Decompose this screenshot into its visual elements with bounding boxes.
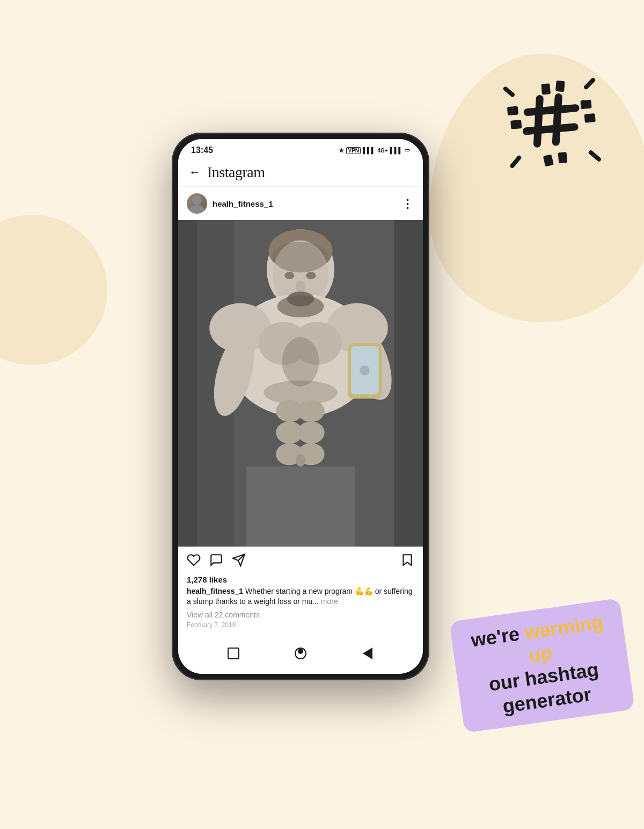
background-blob-left: [0, 215, 107, 365]
svg-point-33: [297, 400, 324, 422]
svg-line-14: [511, 158, 519, 166]
svg-marker-54: [403, 555, 411, 565]
status-time: 13:45: [191, 146, 213, 155]
svg-line-3: [552, 97, 562, 142]
post-username[interactable]: healh_fitness_1: [213, 199, 273, 208]
svg-line-13: [586, 80, 594, 87]
recent-apps-button[interactable]: [226, 646, 241, 661]
svg-rect-8: [558, 152, 568, 163]
svg-line-0: [528, 108, 576, 112]
bookmark-button[interactable]: [400, 553, 414, 571]
post-user: healh_fitness_1: [187, 193, 273, 214]
svg-rect-7: [584, 113, 596, 123]
svg-line-15: [591, 152, 599, 160]
svg-point-48: [296, 280, 305, 293]
svg-point-50: [277, 295, 324, 317]
home-button[interactable]: [293, 646, 308, 661]
vpn-label: VPN: [346, 147, 361, 154]
caption-username[interactable]: healh_fitness_1: [187, 587, 243, 595]
warming-line1: we're: [470, 622, 526, 651]
svg-line-1: [526, 127, 575, 131]
warming-banner: we're warming up our hashtag generator: [449, 598, 635, 733]
signal-icon: ▌▌▌: [363, 147, 375, 154]
svg-point-44: [282, 337, 319, 387]
hashtag-decoration: [495, 71, 610, 179]
svg-rect-21: [394, 220, 423, 547]
warming-line2: our hashtag generator: [487, 658, 600, 717]
avatar-image: [187, 193, 207, 214]
post-image: [178, 220, 423, 547]
share-button[interactable]: [232, 553, 246, 571]
svg-line-12: [506, 88, 513, 95]
svg-point-45: [296, 454, 305, 467]
instagram-header: ← Instagram: [178, 158, 423, 187]
svg-rect-11: [507, 106, 518, 116]
svg-point-35: [297, 421, 324, 443]
more-options-button[interactable]: ⋮: [401, 201, 414, 207]
svg-rect-19: [178, 220, 197, 547]
svg-rect-4: [541, 83, 551, 94]
status-icons: ★ VPN ▌▌▌ 4G+ ▌▌▌: [339, 147, 410, 154]
post-date: February 7, 2018: [187, 621, 414, 629]
svg-point-47: [306, 272, 316, 279]
bluetooth-icon: ★: [339, 147, 344, 154]
svg-rect-9: [543, 154, 554, 166]
post-header: healh_fitness_1 ⋮: [178, 187, 423, 220]
post-info: 1,278 likes healh_fitness_1 Whether star…: [178, 575, 423, 637]
svg-rect-5: [555, 81, 565, 92]
phone-wrapper: 13:45 ★ VPN ▌▌▌ 4G+ ▌▌▌ ← Instagram: [172, 133, 429, 680]
svg-point-41: [360, 366, 369, 375]
svg-point-51: [273, 242, 328, 272]
likes-count: 1,278 likes: [187, 575, 414, 584]
instagram-title: Instagram: [207, 164, 265, 181]
back-icon: [363, 648, 372, 659]
phone-frame: 13:45 ★ VPN ▌▌▌ 4G+ ▌▌▌ ← Instagram: [172, 133, 429, 680]
battery-icon: ▌▌▌: [390, 147, 402, 154]
post-caption: healh_fitness_1 Whether starting a new p…: [187, 586, 414, 607]
hashtag-gear-svg: [495, 71, 610, 177]
home-icon: [295, 648, 306, 659]
svg-point-17: [189, 205, 204, 214]
back-button[interactable]: ←: [189, 165, 201, 179]
svg-point-16: [192, 195, 202, 205]
svg-rect-10: [510, 120, 522, 129]
avatar[interactable]: [187, 193, 207, 214]
bottom-nav: [178, 637, 423, 674]
heart-button[interactable]: [187, 553, 201, 571]
view-comments-link[interactable]: View all 22 comments: [187, 610, 414, 619]
caption-more-link[interactable]: more: [321, 597, 338, 606]
svg-rect-43: [246, 467, 355, 547]
home-icon-inner: [298, 649, 303, 654]
comment-button[interactable]: [209, 553, 223, 571]
battery-outline: [405, 149, 410, 151]
svg-rect-6: [580, 100, 591, 110]
svg-line-2: [533, 99, 544, 144]
warming-banner-text: we're warming up our hashtag generator: [465, 610, 618, 722]
post-actions: [178, 547, 423, 575]
actions-left: [187, 553, 246, 571]
recent-apps-icon: [228, 648, 239, 659]
post-image-content: [178, 220, 423, 547]
status-bar: 13:45 ★ VPN ▌▌▌ 4G+ ▌▌▌: [178, 139, 423, 158]
signal-4g-icon: 4G+: [377, 148, 387, 154]
svg-point-46: [284, 272, 294, 279]
back-button-nav[interactable]: [360, 646, 375, 661]
phone-screen: 13:45 ★ VPN ▌▌▌ 4G+ ▌▌▌ ← Instagram: [178, 139, 423, 674]
